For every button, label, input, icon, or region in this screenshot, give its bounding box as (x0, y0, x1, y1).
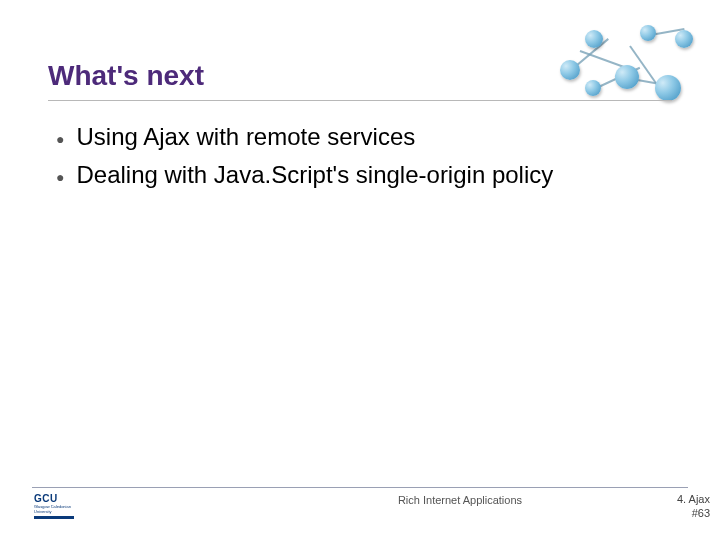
bullet-text: Dealing with Java.Script's single-origin… (76, 160, 553, 190)
list-item: ● Dealing with Java.Script's single-orig… (56, 160, 672, 192)
bullet-list: ● Using Ajax with remote services ● Deal… (56, 122, 672, 198)
footer-page-number: #63 (677, 506, 710, 520)
footer-right: 4. Ajax #63 (677, 492, 710, 520)
bullet-icon: ● (56, 162, 64, 192)
title-underline (48, 100, 672, 101)
list-item: ● Using Ajax with remote services (56, 122, 672, 154)
slide: What's next ● Using Ajax with remote ser… (0, 0, 720, 540)
footer-chapter: 4. Ajax (677, 492, 710, 506)
slide-title: What's next (48, 60, 204, 92)
bullet-text: Using Ajax with remote services (76, 122, 415, 152)
footer-divider (32, 487, 688, 488)
network-graphic (560, 20, 700, 120)
bullet-icon: ● (56, 124, 64, 154)
footer-center-text: Rich Internet Applications (0, 494, 720, 506)
